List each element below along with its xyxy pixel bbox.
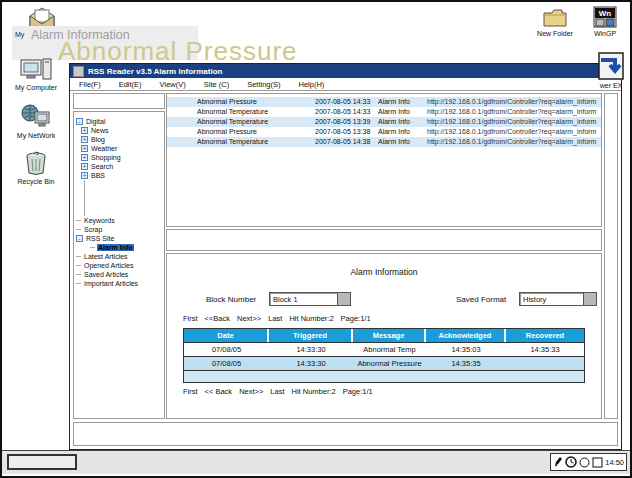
feed-category: Alarm Info — [378, 107, 410, 117]
feed-category: Alarm Info — [378, 137, 410, 147]
col-acknowledged: Acknowledged — [426, 329, 506, 342]
window-titlebar[interactable]: RSS Reader v3.5 Alarm Information — [70, 64, 621, 78]
clock-time: 14:50 — [605, 458, 624, 467]
feed-title: Abnormal Temperature — [197, 107, 268, 117]
pager-last[interactable]: Last — [270, 387, 284, 396]
feed-row[interactable]: Abnormal Temperature 2007-08-05 13:39 Al… — [167, 117, 601, 127]
pager-top: First<<BackNext>>LastHit Number:2Page:1/… — [183, 314, 378, 323]
tree-item-alarm-info[interactable]: Alarm Info — [90, 243, 164, 252]
collapse-icon[interactable]: - — [76, 235, 83, 242]
alarm-content-panel: Alarm Information Block Number Block 1 S… — [166, 253, 602, 419]
icon-label: WinGP — [594, 30, 616, 37]
menu-bar: File(F) Edit(E) View(V) Site (C) Setting… — [70, 78, 621, 91]
selected-tree-item: Alarm Info — [97, 244, 134, 251]
pager-first[interactable]: First — [183, 314, 198, 323]
block-number-label: Block Number — [206, 295, 256, 304]
icon-label: wer EX — [600, 82, 623, 89]
feed-title: Abnormal Temperature — [197, 137, 268, 147]
alarm-page-title: Alarm Information — [167, 267, 601, 277]
desktop-icon-new-folder[interactable]: New Folder — [530, 8, 580, 37]
desktop-icon-wingp[interactable]: Wn WinGP — [582, 6, 628, 37]
pager-page: Page:1/1 — [341, 314, 371, 323]
tree-item-bbs[interactable]: + BBS — [81, 171, 164, 180]
feed-url: http://192.168.0.1/gdfrom/Controller?req… — [427, 137, 596, 147]
tree-item-saved-articles[interactable]: Saved Articles — [76, 270, 164, 279]
start-button[interactable] — [7, 454, 77, 470]
desktop-icon-my-computer[interactable]: My Computer — [4, 58, 68, 91]
system-tray: 14:50 — [550, 453, 627, 471]
tree-item-important-articles[interactable]: Important Articles — [76, 279, 164, 288]
feed-row[interactable]: Abnormal Temperature 2007-08-05 14:33 Al… — [167, 107, 601, 117]
feed-row[interactable]: Abnormal Temperature 2007-08-05 14:38 Al… — [167, 137, 601, 147]
tree-item-rss-site[interactable]: - RSS Site — [76, 234, 164, 243]
menu-site[interactable]: Site (C) — [195, 80, 238, 89]
icon-label: My Computer — [15, 84, 57, 91]
table-empty-row — [184, 370, 584, 382]
circle-icon[interactable] — [579, 457, 590, 468]
menu-edit[interactable]: Edit(E) — [110, 80, 151, 89]
tree-item-digital[interactable]: - Digital — [76, 117, 164, 126]
feed-row[interactable]: Abnormal Pressure 2007-08-05 14:33 Alarm… — [167, 97, 601, 107]
pager-back[interactable]: <<Back — [205, 314, 230, 323]
pager-next[interactable]: Next>> — [237, 314, 261, 323]
tree-connector-line — [84, 180, 86, 216]
collapse-icon[interactable]: - — [76, 118, 83, 125]
menu-help[interactable]: Help(H) — [290, 80, 334, 89]
block-number-select[interactable]: Block 1 — [269, 292, 351, 306]
tree-item-search[interactable]: + Search — [81, 162, 164, 171]
expand-icon[interactable]: + — [81, 127, 88, 134]
expand-icon[interactable]: + — [81, 136, 88, 143]
pager-bottom: First<< BackNext>>LastHit Number:2Page:1… — [183, 387, 380, 396]
feed-title: Abnormal Pressure — [197, 127, 257, 137]
tree-item-blog[interactable]: + Blog — [81, 135, 164, 144]
svg-text:Wn: Wn — [599, 9, 612, 18]
tree-item-latest-articles[interactable]: Latest Articles — [76, 252, 164, 261]
tree-item-scrap[interactable]: Scrap — [76, 225, 164, 234]
saved-format-select[interactable]: History — [519, 292, 597, 306]
dropdown-button[interactable] — [583, 293, 596, 305]
col-triggered: Triggered — [269, 329, 353, 342]
dropdown-button[interactable] — [337, 293, 350, 305]
feed-category: Alarm Info — [378, 97, 410, 107]
site-tree-panel: - Digital + News + Blog + Weather + Shop… — [73, 111, 165, 419]
desktop-icon-my-network[interactable]: My NetWork — [4, 104, 68, 139]
block-number-value: Block 1 — [270, 295, 337, 304]
expand-icon[interactable]: + — [81, 145, 88, 152]
menu-setting[interactable]: Setting(S) — [238, 80, 289, 89]
menu-file[interactable]: File(F) — [70, 80, 110, 89]
pager-last[interactable]: Last — [268, 314, 282, 323]
pager-back[interactable]: << Back — [205, 387, 233, 396]
desktop-icon-viewer-ex[interactable]: wer EX — [592, 52, 630, 89]
pager-page: Page:1/1 — [343, 387, 373, 396]
desktop-icon-recycle-bin[interactable]: Recycle Bin — [4, 150, 68, 185]
tree-item-opened-articles[interactable]: Opened Articles — [76, 261, 164, 270]
table-row: 07/08/05 14:33:30 Abnormal Pressure 14:3… — [184, 356, 584, 370]
vertical-scrollbar[interactable] — [604, 93, 618, 419]
expand-icon[interactable]: + — [81, 154, 88, 161]
pager-hits: Hit Number:2 — [289, 314, 333, 323]
expand-icon[interactable]: + — [81, 172, 88, 179]
feed-date: 2007-08-05 14:38 — [315, 137, 370, 147]
tree-toolbar-box — [73, 93, 165, 109]
pager-first[interactable]: First — [183, 387, 198, 396]
feed-date: 2007-08-05 14:33 — [315, 97, 370, 107]
feed-title: Abnormal Temperature — [197, 117, 268, 127]
feed-url: http://192.168.0.1/gdfrom/Controller?req… — [427, 107, 596, 117]
viewer-arrow-icon — [598, 52, 624, 80]
tree-item-shopping[interactable]: + Shopping — [81, 153, 164, 162]
expand-icon[interactable]: + — [81, 163, 88, 170]
window-title: RSS Reader v3.5 Alarm Information — [88, 67, 222, 76]
col-message: Message — [353, 329, 426, 342]
tree-item-keywords[interactable]: Keywords — [76, 216, 164, 225]
square-icon[interactable] — [592, 457, 603, 468]
pen-icon[interactable] — [553, 456, 563, 468]
tree-item-news[interactable]: + News — [81, 126, 164, 135]
col-date: Date — [184, 329, 269, 342]
clock-icon[interactable] — [565, 456, 577, 468]
menu-view[interactable]: View(V) — [151, 80, 195, 89]
feed-row[interactable]: Abnormal Pressure 2007-08-05 13:38 Alarm… — [167, 127, 601, 137]
pager-next[interactable]: Next>> — [239, 387, 263, 396]
pager-hits: Hit Number:2 — [292, 387, 336, 396]
saved-format-value: History — [520, 295, 583, 304]
tree-item-weather[interactable]: + Weather — [81, 144, 164, 153]
